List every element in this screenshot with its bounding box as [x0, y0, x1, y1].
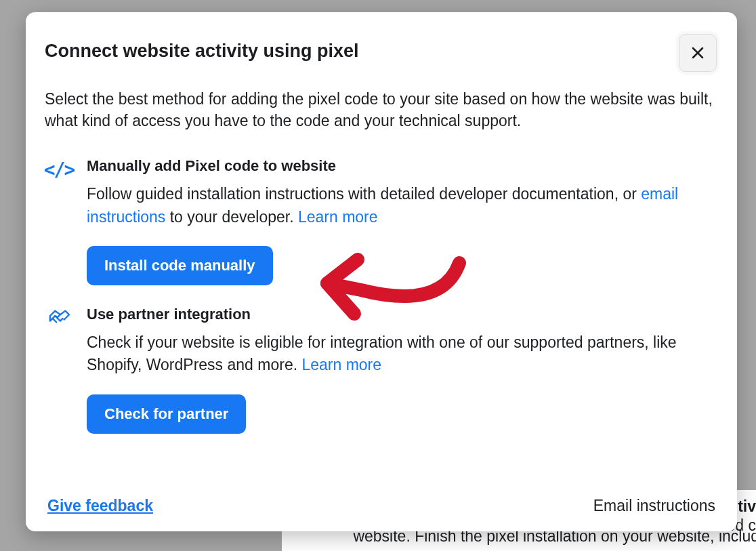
- desc-text: Check if your website is eligible for in…: [87, 333, 677, 373]
- option-partner: Use partner integration Check if your we…: [45, 306, 718, 434]
- option-manual: </> Manually add Pixel code to website F…: [45, 157, 718, 285]
- option-partner-title: Use partner integration: [87, 306, 718, 323]
- option-partner-desc: Check if your website is eligible for in…: [87, 331, 696, 377]
- modal-footer: Give feedback Email instructions: [47, 497, 715, 515]
- check-for-partner-button[interactable]: Check for partner: [87, 394, 246, 434]
- desc-text: to your developer.: [165, 208, 298, 226]
- give-feedback-link[interactable]: Give feedback: [47, 497, 153, 515]
- email-instructions-button[interactable]: Email instructions: [593, 497, 715, 515]
- handshake-icon: [45, 306, 73, 434]
- modal-subtitle: Select the best method for adding the pi…: [45, 88, 718, 131]
- close-button[interactable]: [679, 34, 717, 72]
- modal-title: Connect website activity using pixel: [45, 41, 359, 62]
- pixel-connect-modal: Connect website activity using pixel Sel…: [26, 12, 737, 531]
- option-manual-title: Manually add Pixel code to website: [87, 157, 718, 175]
- option-manual-desc: Follow guided installation instructions …: [87, 183, 696, 228]
- learn-more-link[interactable]: Learn more: [298, 208, 378, 226]
- desc-text: Follow guided installation instructions …: [87, 185, 641, 203]
- modal-header: Connect website activity using pixel: [45, 39, 718, 72]
- close-icon: [690, 45, 706, 61]
- learn-more-link[interactable]: Learn more: [301, 356, 381, 373]
- code-icon: </>: [45, 157, 73, 285]
- install-code-manually-button[interactable]: Install code manually: [87, 246, 273, 285]
